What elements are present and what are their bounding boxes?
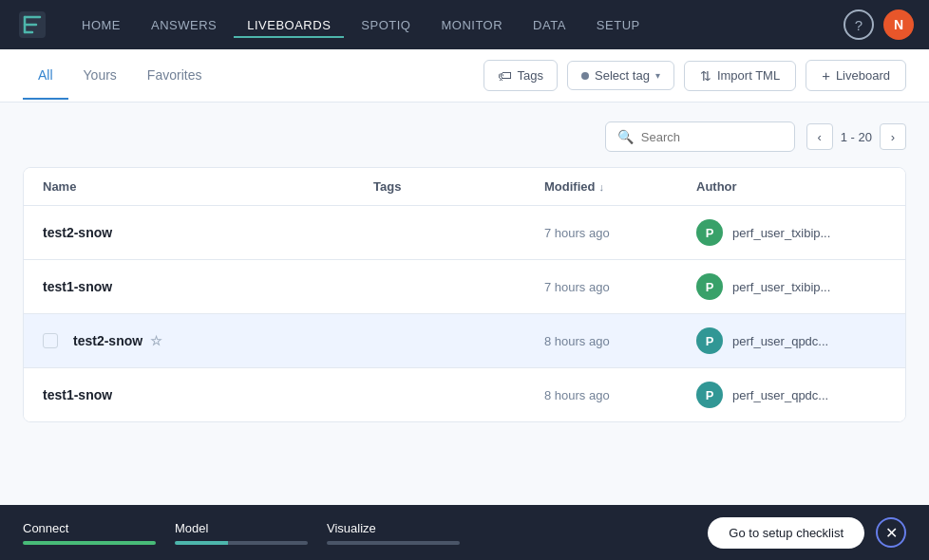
nav-item-home[interactable]: HOME [68, 12, 134, 38]
row-modified: 7 hours ago [544, 280, 696, 294]
chevron-down-icon: ▾ [655, 70, 660, 81]
liveboard-name: test1-snow [43, 387, 112, 402]
nav-item-answers[interactable]: ANSWERS [138, 12, 230, 38]
select-tag-button[interactable]: Select tag ▾ [567, 61, 674, 90]
top-nav: HOME ANSWERS LIVEBOARDS SPOTIQ MONITOR D… [0, 0, 929, 49]
nav-item-monitor[interactable]: MONITOR [427, 12, 516, 38]
table-row[interactable]: test1-snow 8 hours ago P perf_user_qpdc.… [24, 368, 905, 421]
row-modified: 8 hours ago [544, 388, 696, 402]
tab-favorites[interactable]: Favorites [132, 52, 218, 100]
row-name: test1-snow [43, 279, 373, 294]
col-header-name: Name [43, 179, 373, 194]
plus-icon: + [822, 67, 830, 84]
user-avatar[interactable]: N [883, 9, 914, 40]
row-modified: 8 hours ago [544, 334, 696, 348]
sub-header: All Yours Favorites 🏷 Tags Select tag ▾ … [0, 49, 929, 103]
model-progress-bar [175, 541, 308, 545]
row-author: P perf_user_qpdc... [696, 382, 886, 408]
table-row[interactable]: test2-snow 7 hours ago P perf_user_txibi… [24, 206, 905, 260]
import-icon: ⇅ [700, 68, 711, 84]
author-name: perf_user_qpdc... [732, 334, 828, 348]
liveboard-name: test1-snow [43, 279, 112, 294]
search-box: 🔍 [605, 121, 795, 152]
tab-all[interactable]: All [23, 52, 68, 100]
tags-button[interactable]: 🏷 Tags [483, 60, 558, 91]
row-author: P perf_user_txibip... [696, 273, 886, 300]
connect-progress-bar [23, 541, 156, 545]
tab-yours[interactable]: Yours [68, 52, 132, 100]
sub-tabs: All Yours Favorites [23, 52, 217, 100]
go-to-setup-checklist-button[interactable]: Go to setup checklist [708, 517, 864, 549]
modified-label: Modified [544, 179, 595, 194]
row-name: test2-snow [43, 225, 373, 240]
visualize-progress-bar [327, 541, 460, 545]
bottom-bar: Connect Model Visualize Go to setup chec… [0, 505, 929, 560]
step-connect: Connect [23, 521, 175, 545]
sort-icon: ↓ [598, 181, 604, 193]
star-icon[interactable]: ☆ [150, 333, 162, 348]
page-info: 1 - 20 [841, 130, 872, 144]
table-header: Name Tags Modified ↓ Author [24, 168, 905, 206]
author-name: perf_user_txibip... [732, 226, 830, 240]
sub-actions: 🏷 Tags Select tag ▾ ⇅ Import TML + Liveb… [483, 60, 906, 91]
col-header-modified[interactable]: Modified ↓ [544, 179, 696, 194]
step-visualize-label: Visualize [327, 521, 479, 535]
table-row[interactable]: test2-snow ☆ 8 hours ago P perf_user_qpd… [24, 314, 905, 368]
author-name: perf_user_txibip... [732, 280, 830, 294]
pagination: ‹ 1 - 20 › [806, 123, 906, 150]
step-model-label: Model [175, 521, 327, 535]
search-icon: 🔍 [617, 129, 634, 144]
row-author: P perf_user_txibip... [696, 219, 886, 246]
help-button[interactable]: ? [844, 9, 874, 40]
col-header-tags: Tags [373, 179, 544, 194]
progress-steps: Connect Model Visualize [23, 521, 708, 545]
row-author: P perf_user_qpdc... [696, 327, 886, 354]
logo [15, 8, 49, 42]
liveboard-name: test2-snow [43, 225, 112, 240]
dot-icon [581, 72, 589, 80]
next-page-button[interactable]: › [880, 123, 906, 150]
import-tml-button[interactable]: ⇅ Import TML [684, 61, 796, 91]
select-tag-label: Select tag [595, 68, 650, 83]
author-avatar: P [696, 273, 723, 300]
author-avatar: P [696, 327, 723, 354]
col-header-author: Author [696, 179, 886, 194]
author-avatar: P [696, 219, 723, 246]
step-model: Model [175, 521, 327, 545]
nav-item-setup[interactable]: SETUP [583, 12, 654, 38]
author-name: perf_user_qpdc... [732, 388, 828, 402]
import-label: Import TML [717, 68, 780, 83]
nav-right: ? N [844, 9, 914, 40]
row-modified: 7 hours ago [544, 226, 696, 240]
tags-label: Tags [518, 68, 543, 83]
liveboard-name: test2-snow [73, 333, 142, 348]
search-input[interactable] [641, 130, 783, 144]
close-bottom-bar-button[interactable]: ✕ [876, 517, 906, 548]
row-name: test2-snow ☆ [43, 333, 373, 348]
table-row[interactable]: test1-snow 7 hours ago P perf_user_txibi… [24, 260, 905, 314]
nav-items: HOME ANSWERS LIVEBOARDS SPOTIQ MONITOR D… [68, 12, 836, 38]
nav-item-data[interactable]: DATA [520, 12, 579, 38]
nav-item-liveboards[interactable]: LIVEBOARDS [234, 12, 344, 38]
search-bar-row: 🔍 ‹ 1 - 20 › [23, 121, 906, 152]
tag-icon: 🏷 [498, 67, 512, 84]
step-visualize: Visualize [327, 521, 479, 545]
row-checkbox[interactable] [43, 333, 58, 348]
row-name: test1-snow [43, 387, 373, 402]
step-connect-label: Connect [23, 521, 175, 535]
main-content: 🔍 ‹ 1 - 20 › Name Tags Modified ↓ Author… [0, 103, 929, 505]
author-avatar: P [696, 382, 723, 408]
liveboards-table: Name Tags Modified ↓ Author test2-snow 7… [23, 167, 906, 422]
prev-page-button[interactable]: ‹ [806, 123, 833, 150]
nav-item-spotiq[interactable]: SPOTIQ [348, 12, 424, 38]
liveboard-label: Liveboard [836, 68, 890, 83]
add-liveboard-button[interactable]: + Liveboard [806, 60, 906, 91]
